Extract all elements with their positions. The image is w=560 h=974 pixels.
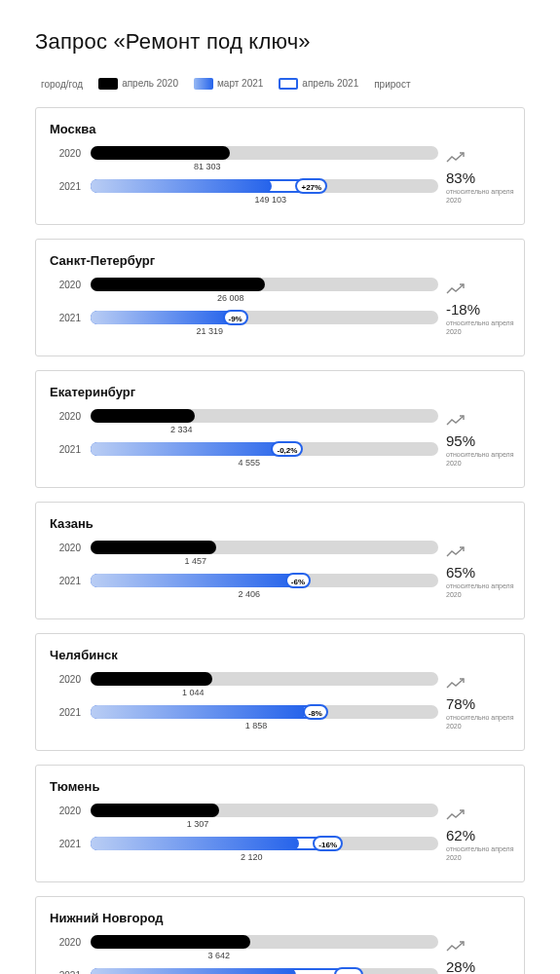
trend-icon (446, 678, 514, 692)
bar-apr2020 (91, 804, 219, 817)
bar-mar2021 (91, 705, 306, 719)
growth-pct: 78% (446, 695, 514, 712)
growth-pct: -18% (446, 301, 514, 318)
growth-sub: относительно апреля 2020 (446, 319, 514, 336)
legend-mar2021: март 2021 (194, 78, 263, 90)
value-2020: 2 334 (170, 425, 193, 434)
delta-badge: -9% (223, 310, 248, 325)
bar-track-2020 (91, 409, 438, 423)
year-label: 2020 (50, 148, 91, 159)
trend-icon (446, 941, 514, 955)
value-2021: 2 406 (239, 589, 261, 599)
bar-mar2021 (91, 837, 299, 850)
year-label: 2020 (50, 411, 91, 422)
bar-track-2021: -8% (91, 705, 438, 719)
city-name: Санкт-Петербург (50, 253, 514, 268)
city-card: Тюмень 2020 1 307 2021 -16% (35, 765, 525, 882)
trend-icon (446, 809, 514, 823)
bar-apr2020 (91, 409, 195, 423)
value-2020: 1 044 (182, 688, 205, 697)
bar-track-2020 (91, 278, 438, 291)
legend-apr2020: апрель 2020 (98, 78, 178, 90)
year-label: 2020 (50, 543, 91, 553)
bar-apr2020 (91, 146, 230, 160)
bar-mar2021 (91, 574, 296, 587)
growth-pct: 28% (446, 958, 514, 974)
bar-mar2021 (91, 311, 233, 324)
year-label: 2021 (50, 707, 91, 718)
year-label: 2021 (50, 970, 91, 974)
trend-icon (446, 415, 514, 429)
trend-icon (446, 283, 514, 297)
delta-badge: -8% (303, 704, 328, 720)
bar-track-2021: +27% (91, 179, 438, 193)
legend-apr2021: апрель 2021 (279, 78, 358, 90)
bar-track-2021: -6% (91, 574, 438, 587)
year-label: 2020 (50, 937, 91, 948)
year-label: 2021 (50, 576, 91, 586)
value-2021: 149 103 (254, 195, 286, 205)
legend-growth: прирост (374, 79, 410, 90)
bar-mar2021 (91, 968, 296, 974)
bar-apr2020 (91, 672, 212, 686)
growth-sub: относительно апреля 2020 (446, 188, 514, 205)
city-card: Москва 2020 81 303 2021 +27% (35, 107, 525, 225)
value-2021: 1 858 (245, 721, 268, 730)
city-card: Нижний Новгород 2020 3 642 2021 -24% (35, 896, 525, 974)
bar-apr2020 (91, 278, 265, 291)
delta-badge: -24% (334, 967, 364, 974)
city-name: Казань (50, 516, 514, 531)
bar-apr2020 (91, 541, 216, 554)
city-card: Санкт-Петербург 2020 26 008 2021 -9% (35, 239, 525, 356)
city-name: Челябинск (50, 648, 514, 662)
delta-badge: -0,2% (271, 441, 303, 457)
bar-track-2021: -9% (91, 311, 438, 324)
year-label: 2021 (50, 313, 91, 323)
bar-track-2021: -16% (91, 837, 438, 850)
growth-pct: 65% (446, 564, 514, 581)
bar-track-2021: -24% (91, 968, 438, 974)
year-label: 2021 (50, 181, 91, 192)
swatch-outline-icon (279, 78, 298, 90)
year-label: 2020 (50, 674, 91, 685)
value-2021: 4 555 (239, 458, 261, 468)
trend-icon (446, 152, 514, 166)
growth-sub: относительно апреля 2020 (446, 451, 514, 468)
legend-axis: город/год (41, 79, 83, 90)
growth-pct: 62% (446, 827, 514, 843)
growth-pct: 83% (446, 169, 514, 186)
city-name: Москва (50, 122, 514, 136)
bar-track-2021: -0,2% (91, 442, 438, 456)
bar-mar2021 (91, 179, 272, 193)
bar-apr2020 (91, 935, 250, 949)
page-title: Запрос «Ремонт под ключ» (35, 29, 525, 55)
city-card: Челябинск 2020 1 044 2021 -8% (35, 633, 525, 751)
growth-sub: относительно апреля 2020 (446, 582, 514, 599)
year-label: 2021 (50, 839, 91, 849)
city-name: Нижний Новгород (50, 911, 514, 925)
legend: город/год апрель 2020 март 2021 апрель 2… (41, 78, 525, 90)
bar-track-2020 (91, 672, 438, 686)
growth-sub: относительно апреля 2020 (446, 845, 514, 862)
bar-track-2020 (91, 541, 438, 554)
growth-sub: относительно апреля 2020 (446, 714, 514, 730)
value-2020: 81 303 (194, 162, 221, 171)
growth-pct: 95% (446, 432, 514, 449)
bar-track-2020 (91, 146, 438, 160)
swatch-black-icon (98, 78, 118, 90)
delta-badge: -6% (285, 573, 311, 588)
year-label: 2020 (50, 805, 91, 816)
trend-icon (446, 546, 514, 560)
city-card: Екатеринбург 2020 2 334 2021 -0,2% (35, 370, 525, 488)
year-label: 2020 (50, 280, 91, 290)
city-name: Тюмень (50, 779, 514, 794)
value-2021: 2 120 (241, 852, 263, 862)
value-2021: 21 319 (196, 326, 223, 336)
year-label: 2021 (50, 444, 91, 455)
value-2020: 1 457 (184, 556, 206, 566)
city-card: Казань 2020 1 457 2021 -6% (35, 502, 525, 619)
delta-badge: +27% (295, 178, 327, 194)
city-name: Екатеринбург (50, 385, 514, 399)
bar-track-2020 (91, 804, 438, 817)
delta-badge: -16% (313, 836, 343, 851)
